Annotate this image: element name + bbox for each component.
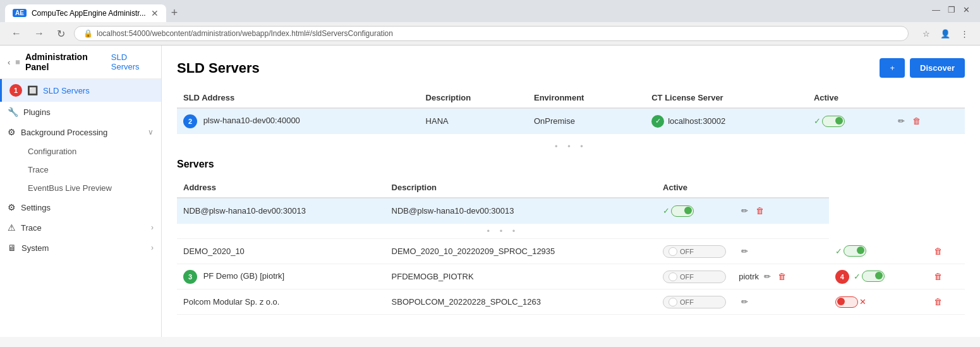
server-delete-button[interactable]: 🗑 [753,204,766,218]
toggle-off-1[interactable]: OFF [663,271,726,283]
sidebar-item-trace[interactable]: ⚠ Trace › [0,217,161,238]
detail-user-delete-1[interactable]: 🗑 [775,269,789,284]
separator-row: • • • [177,224,965,239]
detail-toggle-1: OFF [656,264,732,289]
chevron-down-icon: ∨ [148,128,154,137]
forward-button[interactable]: → [30,27,48,40]
sidebar-item-settings[interactable]: ⚙ Settings [0,197,161,217]
delete-button[interactable]: 🗑 [910,114,923,128]
edit-button[interactable]: ✏ [895,114,907,128]
badge-3: 3 [183,270,197,284]
bookmark-icon[interactable]: ☆ [919,28,934,40]
menu-icon[interactable]: ⋮ [957,28,972,40]
back-button[interactable]: ← [8,27,25,40]
servers-section-title: Servers [177,159,965,170]
detail-edit-2[interactable]: ✏ [739,295,751,309]
trace-chevron-icon: › [151,223,154,232]
detail-description-0: DEMO_2020_10_20220209_SPROC_12935 [385,239,657,264]
server-row-actions-cell: ✏ 🗑 [732,198,829,224]
sidebar-label-plugins: Plugins [23,107,51,117]
ct-check-icon: ✓ [651,115,664,128]
sidebar-label-trace: Trace [21,223,42,233]
sld-servers-icon: 🔲 [27,85,38,95]
settings-icon: ⚙ [8,202,16,212]
reload-button[interactable]: ↻ [53,27,69,41]
sld-ct-license-cell: ✓ localhost:30002 [645,108,808,134]
ct-license-display: ✓ localhost:30002 [651,115,801,128]
col-address: Address [177,178,385,198]
col-srv-description: Description [385,178,657,198]
header-actions: + Discover [880,58,965,78]
detail-toggle-switch-0[interactable]: ✓ [835,245,919,257]
detail-delete-1[interactable]: 🗑 [931,269,945,284]
browser-tab[interactable]: AE CompuTec AppEngine Administr... ✕ [5,4,166,22]
badge-2: 2 [183,114,197,128]
sidebar-item-trace-sub[interactable]: Trace [0,161,161,179]
toggle-off-2[interactable]: OFF [663,296,726,308]
sld-description-cell: HANA [420,108,528,134]
server-switch-pill[interactable] [671,205,694,217]
discover-button[interactable]: Discover [910,58,965,78]
server-description-cell: NDB@plsw-hana10-dev00:30013 [385,198,657,224]
detail-row-2[interactable]: Polcom Modular Sp. z o.o. SBOPOLCOM_2022… [177,289,965,315]
detail-address-2: Polcom Modular Sp. z o.o. [177,289,385,315]
col-description: Description [420,88,528,108]
detail-toggle-0: OFF [656,239,732,264]
add-button[interactable]: + [880,58,905,78]
sld-toggle[interactable]: ✓ [814,116,883,127]
sidebar-item-eventbus[interactable]: EventBus Live Preview [0,179,161,197]
toggle-off-label-0: OFF [680,248,694,255]
toggle-circle-2 [668,298,677,307]
detail-delete-0[interactable]: 🗑 [931,244,945,259]
col-active: Active [808,88,889,108]
address-bar[interactable]: 🔒 localhost:54000/webcontent/administrat… [74,26,909,41]
detail-switch-0[interactable] [844,245,866,257]
server-edit-button[interactable]: ✏ [739,204,751,218]
toggle-off-0[interactable]: OFF [663,245,726,258]
tab-favicon: AE [13,9,27,17]
detail-row-1[interactable]: 3 PF Demo (GB) [piotrk] PFDEMOGB_PIOTRK … [177,264,965,289]
sidebar: ‹ ≡ Administration Panel SLD Servers 1 🔲… [0,46,162,337]
toggle-switch[interactable] [822,116,845,127]
toggle-off-label-1: OFF [680,273,694,281]
detail-toggle-2: OFF [656,289,732,315]
server-row-main[interactable]: NDB@plsw-hana10-dev00:30013 NDB@plsw-han… [177,198,965,224]
server-active-cell: ✓ [656,198,732,224]
new-tab-button[interactable]: + [166,4,183,22]
server-toggle[interactable]: ✓ [663,205,726,217]
detail-toggle-switch-2[interactable]: ✕ [835,296,919,308]
separator-dots-1: • • • [177,139,965,154]
sidebar-collapse-button[interactable]: ‹ [8,58,10,67]
sidebar-item-configuration[interactable]: Configuration [0,142,161,161]
sidebar-menu-button[interactable]: ≡ [15,58,20,67]
detail-edit-0[interactable]: ✏ [739,244,751,259]
sidebar-item-sld-servers[interactable]: 1 🔲 SLD Servers [0,79,161,102]
sld-server-row[interactable]: 2 plsw-hana10-dev00:40000 HANA OnPremise… [177,108,965,134]
detail-toggle-switch-1[interactable]: ✓ [854,271,885,282]
restore-button[interactable]: ❐ [948,5,955,15]
sidebar-item-plugins[interactable]: 🔧 Plugins [0,102,161,122]
detail-row-0[interactable]: DEMO_2020_10 DEMO_2020_10_20220209_SPROC… [177,239,965,264]
detail-user-0: ✏ [732,239,829,264]
sld-address-cell: 2 plsw-hana10-dev00:40000 [177,108,420,134]
servers-table: Address Description Active NDB@plsw-hana… [177,178,965,315]
sidebar-item-system[interactable]: 🖥 System › [0,238,161,258]
detail-switch-2[interactable] [835,296,858,308]
detail-active-1: 4 ✓ [829,264,925,289]
detail-switch-1[interactable] [862,271,885,282]
minimize-button[interactable]: — [932,5,940,15]
sidebar-label-trace-sub: Trace [28,165,49,174]
sidebar-item-background-processing[interactable]: ⚙ Background Processing ∨ [0,122,161,142]
sidebar-label-system: System [21,243,49,253]
detail-edit-1[interactable]: ✏ [761,269,773,284]
tab-close-icon[interactable]: ✕ [151,8,159,18]
detail-address-1: 3 PF Demo (GB) [piotrk] [177,264,385,289]
profile-icon[interactable]: 👤 [936,28,954,40]
lock-icon: 🔒 [83,29,93,38]
breadcrumb: SLD Servers [111,52,154,71]
server-row-actions: ✏ 🗑 [739,204,823,218]
detail-delete-2[interactable]: 🗑 [931,295,945,309]
detail-active-2: ✕ [829,289,925,315]
detail-actions-0: 🗑 [925,239,965,264]
close-button[interactable]: ✕ [963,5,970,15]
